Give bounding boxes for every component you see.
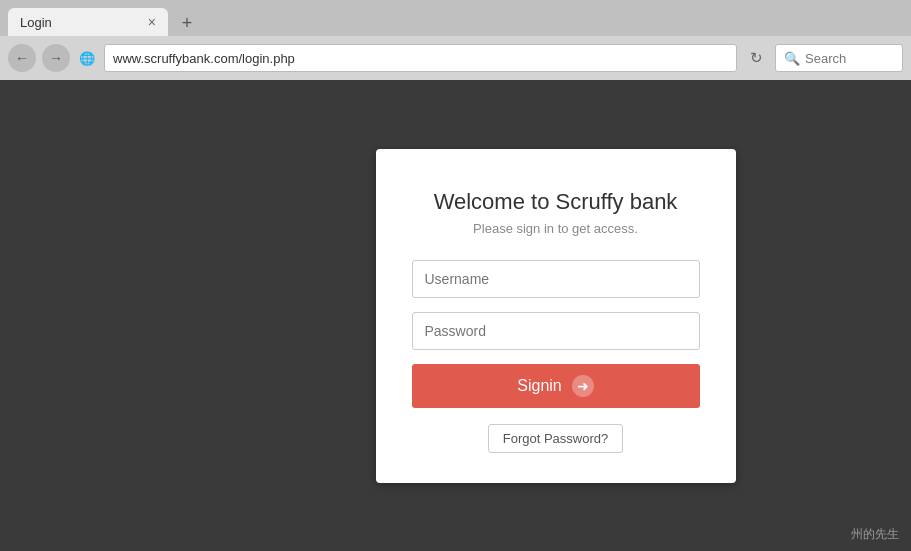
- security-icon: 🌐: [76, 47, 98, 69]
- tab-close-button[interactable]: ×: [148, 15, 156, 29]
- login-title: Welcome to Scruffy bank: [412, 189, 700, 215]
- forgot-password-button[interactable]: Forgot Password?: [488, 424, 624, 453]
- signin-label: Signin: [517, 377, 561, 395]
- forward-button[interactable]: →: [42, 44, 70, 72]
- search-input[interactable]: [805, 51, 894, 66]
- login-subtitle: Please sign in to get access.: [412, 221, 700, 236]
- signin-arrow-icon: ➜: [572, 375, 594, 397]
- signin-button[interactable]: Signin ➜: [412, 364, 700, 408]
- search-magnifier-icon: 🔍: [784, 51, 800, 66]
- active-tab[interactable]: Login ×: [8, 8, 168, 36]
- page-content: Welcome to Scruffy bank Please sign in t…: [0, 80, 911, 551]
- search-box[interactable]: 🔍: [775, 44, 903, 72]
- address-bar: ← → 🌐 ↻ 🔍: [0, 36, 911, 80]
- tab-bar: Login × +: [0, 0, 911, 36]
- login-card: Welcome to Scruffy bank Please sign in t…: [376, 149, 736, 483]
- new-tab-button[interactable]: +: [174, 10, 200, 36]
- tab-title: Login: [20, 15, 140, 30]
- browser-chrome: Login × + ← → 🌐 ↻ 🔍: [0, 0, 911, 80]
- back-button[interactable]: ←: [8, 44, 36, 72]
- refresh-button[interactable]: ↻: [743, 45, 769, 71]
- password-input[interactable]: [412, 312, 700, 350]
- url-bar[interactable]: [104, 44, 737, 72]
- username-input[interactable]: [412, 260, 700, 298]
